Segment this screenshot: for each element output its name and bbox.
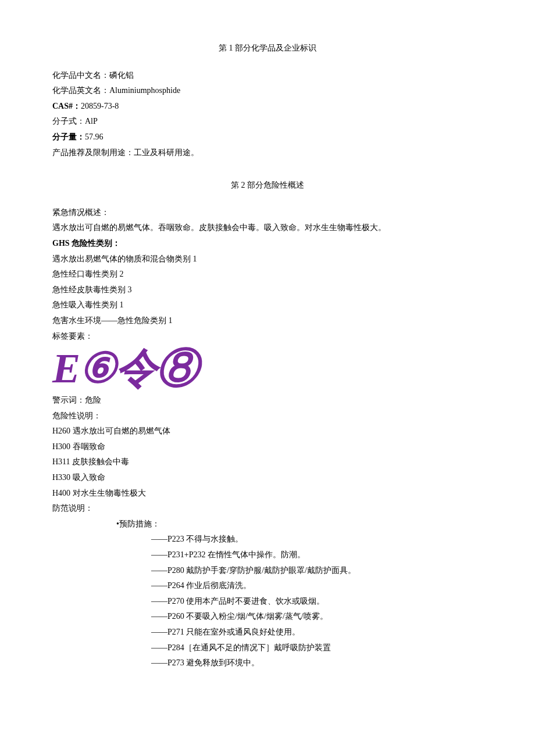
p260: ——P260 不要吸入粉尘/烟/气体/烟雾/蒸气/喷雾。 [52,609,483,625]
p284: ——P284［在通风不足的情况下］戴呼吸防护装置 [52,640,483,656]
section-2-title: 第 2 部分危险性概述 [52,178,483,194]
h311: H311 皮肤接触会中毒 [52,454,483,470]
recommended-use-row: 产品推荐及限制用途：工业及科研用途。 [52,145,483,161]
recommended-use-value: 工业及科研用途。 [134,148,199,157]
signal-word-label: 警示词： [52,396,85,404]
chinese-name-value: 磷化铝 [109,71,134,80]
ghs-class-2: 急性经口毒性类别 2 [52,267,483,282]
cas-label: CAS#： [52,102,81,110]
pictogram-icon: E⑥令⑧ [52,345,197,392]
chinese-name-label: 化学品中文名： [52,71,109,80]
ghs-label: GHS 危险性类别： [52,236,483,252]
molweight-row: 分子量：57.96 [52,130,483,145]
emergency-text: 遇水放出可自燃的易燃气体。吞咽致命。皮肤接触会中毒。吸入致命。对水生生物毒性极大… [52,220,483,236]
cas-row: CAS#：20859-73-8 [52,99,483,114]
formula-label: 分子式： [52,117,85,126]
emergency-label: 紧急情况概述： [52,205,483,221]
section-1-title: 第 1 部分化学品及企业标识 [52,41,483,56]
ghs-class-5: 危害水生环境——急性危险类别 1 [52,313,483,329]
h260: H260 遇水放出可自燃的易燃气体 [52,424,483,439]
hazard-statement-label: 危险性说明： [52,409,483,424]
h400: H400 对水生生物毒性极大 [52,486,483,501]
molweight-value: 57.96 [85,132,104,141]
p273: ——P273 避免释放到环境中。 [52,655,483,671]
precaution-label: 防范说明： [52,501,483,517]
signal-word-value: 危险 [85,396,101,404]
recommended-use-label: 产品推荐及限制用途： [52,148,134,157]
p264: ——P264 作业后彻底清洗。 [52,578,483,594]
ghs-class-1: 遇水放出易燃气体的物质和混合物类别 1 [52,252,483,267]
pictogram-row: E⑥令⑧ [52,347,483,389]
label-elements: 标签要素： [52,329,483,345]
ghs-class-4: 急性吸入毒性类别 1 [52,298,483,313]
english-name-row: 化学品英文名：Aluminiumphosphide [52,83,483,99]
molweight-label: 分子量： [52,132,85,141]
p271: ——P271 只能在室外或通风良好处使用。 [52,625,483,640]
formula-value: AlP [85,117,98,126]
signal-word-row: 警示词：危险 [52,393,483,409]
english-name-label: 化学品英文名： [52,86,109,95]
p223: ——P223 不得与水接触。 [52,532,483,547]
ghs-class-3: 急性经皮肤毒性类别 3 [52,282,483,298]
p231-232: ——P231+P232 在惰性气体中操作。防潮。 [52,547,483,563]
english-name-value: Aluminiumphosphide [109,86,180,95]
prevention-label: •预防措施： [52,517,483,532]
h330: H330 吸入致命 [52,470,483,486]
p270: ——P270 使用本产品时不要进食、饮水或吸烟。 [52,594,483,610]
cas-value: 20859-73-8 [81,102,119,110]
formula-row: 分子式：AlP [52,114,483,130]
p280: ——P280 戴防护手套/穿防护服/戴防护眼罩/戴防护面具。 [52,563,483,579]
chinese-name-row: 化学品中文名：磷化铝 [52,68,483,84]
h300: H300 吞咽致命 [52,439,483,455]
